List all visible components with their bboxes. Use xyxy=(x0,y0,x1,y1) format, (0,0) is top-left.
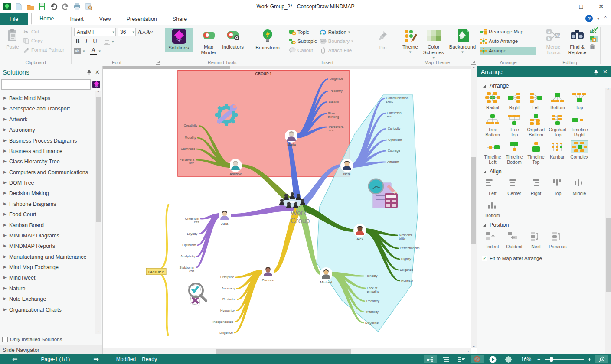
arrange-item-complex[interactable]: Complex xyxy=(569,141,590,165)
person-name-carmen[interactable]: Carmen xyxy=(262,278,274,282)
arrange-item-timeline-top[interactable]: TimelineTop xyxy=(525,141,547,165)
expand-triangle-icon[interactable]: ▶ xyxy=(3,138,7,144)
expand-triangle-icon[interactable]: ▶ xyxy=(3,254,7,260)
position-item-previous[interactable]: Previous xyxy=(547,231,569,249)
copy-button[interactable]: Copy xyxy=(23,37,64,45)
solutions-list-item[interactable]: ▶Business Process Diagrams xyxy=(3,136,102,146)
shape-mode-icon[interactable] xyxy=(502,355,515,363)
tab-file[interactable]: File xyxy=(0,13,28,25)
maximize-button[interactable]: □ xyxy=(571,0,591,13)
topic-label[interactable]: Analyticity xyxy=(180,254,195,258)
expand-triangle-icon[interactable]: ▶ xyxy=(3,286,7,292)
expand-triangle-icon[interactable]: ▶ xyxy=(3,180,7,186)
solutions-list-item[interactable]: ▶Artwork xyxy=(3,114,102,125)
solutions-list-item[interactable]: ▶Note Exchange xyxy=(3,294,102,304)
position-item-next[interactable]: Next xyxy=(525,231,547,249)
topic-label[interactable]: Dignity xyxy=(401,257,411,261)
rearrange-map-button[interactable]: Rearrange Map xyxy=(480,28,536,36)
tab-insert[interactable]: Insert xyxy=(62,13,91,25)
solutions-list-item[interactable]: ▶Food Court xyxy=(3,209,102,220)
arrange-button[interactable]: Arrange xyxy=(480,47,536,55)
solutions-search-input[interactable] xyxy=(1,79,91,90)
minimize-button[interactable]: – xyxy=(551,0,571,13)
help-dropdown-icon[interactable]: ▾ xyxy=(597,16,599,21)
expand-triangle-icon[interactable]: ▶ xyxy=(3,170,7,176)
subtopic-button[interactable]: Subtopic xyxy=(289,37,317,45)
presentation-disabled-icon[interactable] xyxy=(471,355,484,363)
expand-triangle-icon[interactable]: ▶ xyxy=(3,159,7,165)
only-installed-checkbox[interactable] xyxy=(2,337,8,342)
expand-triangle-icon[interactable]: ▶ xyxy=(3,127,7,133)
color-schemes-button[interactable]: Color Schemes ▾ xyxy=(421,27,447,62)
font-color-icon[interactable]: A xyxy=(90,47,97,55)
relation-button[interactable]: Relation ▾ xyxy=(320,28,353,36)
tab-view[interactable]: View xyxy=(91,13,119,25)
topic-label[interactable]: Independence xyxy=(212,320,233,324)
expand-triangle-icon[interactable]: ▶ xyxy=(3,202,7,207)
expand-triangle-icon[interactable]: ▶ xyxy=(3,275,7,281)
spelling-icon[interactable]: abc xyxy=(590,27,598,34)
topic-label[interactable]: Irritability xyxy=(366,310,379,314)
text-align-icon[interactable] xyxy=(104,39,110,45)
map-theme-dialog-launcher[interactable] xyxy=(471,60,476,65)
topic-label[interactable]: Diligence xyxy=(400,268,413,272)
solutions-list-item[interactable]: ▶MINDMAP Diagrams xyxy=(3,231,102,241)
topic-label[interactable]: Loyalty xyxy=(187,232,197,236)
slide-navigator-bar[interactable]: Slide Navigator xyxy=(0,344,102,355)
arrange-item-top[interactable]: Top xyxy=(569,91,590,110)
background-button[interactable]: Background ▾ xyxy=(447,27,478,62)
solutions-list-item[interactable]: ▶Class Hierarchy Tree xyxy=(3,156,102,167)
arrange-item-bottom[interactable]: Bottom xyxy=(547,91,569,110)
shrink-font-button[interactable]: A˅ xyxy=(146,29,153,36)
topic-button[interactable]: Topic xyxy=(289,28,317,36)
cut-button[interactable]: ✂ Cut xyxy=(23,28,64,36)
topic-label[interactable]: Optimism xyxy=(182,243,196,247)
topic-label[interactable]: Stubbornness xyxy=(179,266,194,273)
solutions-scrollbar[interactable]: ⌃ ⌄ xyxy=(95,91,101,334)
arrange-item-left[interactable]: Left xyxy=(525,91,547,110)
arrange-item-orgchart-bottom[interactable]: OrgchartBottom xyxy=(525,114,547,137)
topic-label[interactable]: Pedantry xyxy=(330,89,343,93)
topic-label[interactable]: Diligence xyxy=(330,77,343,81)
topic-label[interactable]: Cheerfulness xyxy=(185,217,199,224)
next-page-icon[interactable]: ➡ xyxy=(93,355,99,363)
prev-page-icon[interactable]: ⬅ xyxy=(12,355,18,363)
expand-triangle-icon[interactable]: ▶ xyxy=(3,212,7,218)
solutions-list-item[interactable]: ▶Fishbone Diagrams xyxy=(3,199,102,209)
person-name-maria[interactable]: Maria xyxy=(287,143,296,146)
canvas-horizontal-scrollbar[interactable]: ‹› xyxy=(103,348,471,355)
person-name-alex[interactable]: Alex xyxy=(356,237,363,241)
solutions-list-item[interactable]: ▶Aerospace and Transport xyxy=(3,104,102,114)
align-item-right[interactable]: Right xyxy=(525,177,547,196)
arrange-panel-scrollbar[interactable]: ⌃ xyxy=(605,88,611,355)
solutions-list-item[interactable]: ▶Kanban Board xyxy=(3,220,102,231)
arrange-item-timeline-left[interactable]: TimelineLeft xyxy=(482,141,503,165)
tab-presentation[interactable]: Presentation xyxy=(119,13,165,25)
topic-label[interactable]: Diligence xyxy=(365,321,379,325)
section-header-arrange[interactable]: Arrange xyxy=(483,83,605,89)
paste-button[interactable]: Paste xyxy=(3,27,23,60)
grow-font-button[interactable]: A˄ xyxy=(137,29,144,36)
mindmap-canvas[interactable]: GROUP 1GROUP 2AndrewCreativityMoralityCa… xyxy=(103,66,477,355)
font-size-select[interactable]: 36▾ xyxy=(118,28,136,36)
help-icon[interactable]: ? xyxy=(585,15,593,22)
solutions-list-item[interactable]: ▶MINDMAP Reports xyxy=(3,241,102,251)
topic-label[interactable]: Courage xyxy=(388,149,400,153)
arrange-item-tree-top[interactable]: TreeTop xyxy=(503,114,525,137)
topic-label[interactable]: Pedantry xyxy=(366,299,379,303)
arrange-item-timeline-right[interactable]: TimelineRight xyxy=(569,114,590,137)
zoom-out-icon[interactable]: – xyxy=(537,356,540,362)
callout-button[interactable]: Callout xyxy=(289,46,317,54)
collapse-ribbon-icon[interactable]: ⌃ xyxy=(604,16,608,21)
branch[interactable] xyxy=(196,213,219,268)
solutions-search-logo-icon[interactable] xyxy=(92,80,101,89)
solutions-list-item[interactable]: ▶Manufacturing and Maintenance xyxy=(3,252,102,262)
section-header-align[interactable]: Align xyxy=(483,169,605,175)
topic-label[interactable]: Perfectionism xyxy=(400,246,419,250)
font-name-select[interactable]: ArialMT▾ xyxy=(74,28,116,36)
close-button[interactable]: ✕ xyxy=(591,0,611,13)
topic-label[interactable]: Morality xyxy=(185,136,196,140)
play-icon[interactable] xyxy=(486,355,499,363)
topic-label[interactable]: Altruism xyxy=(387,160,399,164)
arrange-close-icon[interactable]: ✕ xyxy=(603,68,608,75)
